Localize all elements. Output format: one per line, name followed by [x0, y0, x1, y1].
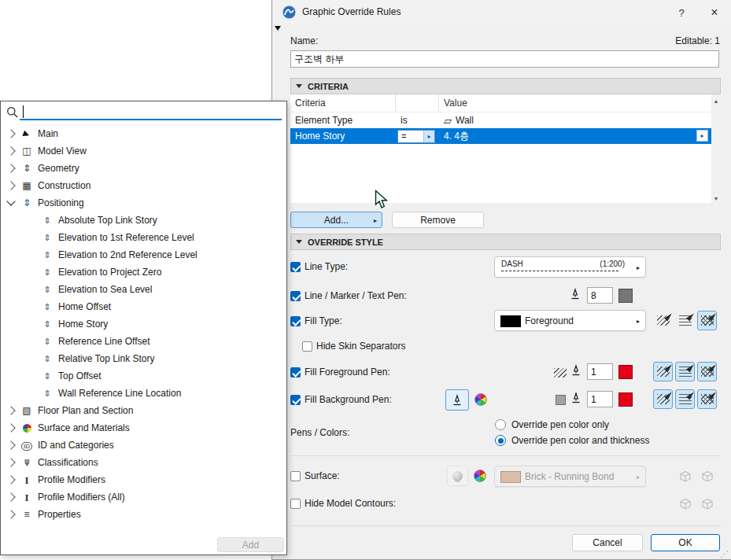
tree-item-label: ID and Categories — [38, 440, 114, 451]
remove-criteria-button[interactable]: Remove — [392, 212, 484, 228]
tree-item-elevation-1st-ref[interactable]: Elevation to 1st Reference Level — [1, 229, 285, 246]
close-icon[interactable]: × — [706, 5, 723, 20]
tree-item-top-offset[interactable]: Top Offset — [1, 367, 285, 385]
hide-skin-separators-checkbox[interactable] — [302, 341, 312, 352]
bg-drafting-fill-button[interactable] — [697, 389, 717, 409]
line-pen-color-swatch[interactable] — [618, 289, 633, 303]
pen-color-only-radio[interactable] — [495, 419, 506, 430]
pen-color-thickness-radio[interactable] — [495, 435, 506, 446]
criteria-row-element-type[interactable]: Element Type is ▱ Wall — [290, 112, 711, 128]
criteria-value[interactable]: 4. 4층 — [439, 128, 711, 144]
dialog-titlebar[interactable]: Graphic Override Rules ? × — [272, 0, 731, 24]
chevron-right-icon[interactable] — [6, 406, 15, 414]
chevron-right-icon[interactable] — [6, 510, 15, 518]
add-criteria-button[interactable]: Add... ▸ — [290, 212, 382, 228]
fg-cover-fill-button[interactable] — [675, 362, 695, 381]
override-drafting-fill-button[interactable] — [697, 311, 717, 330]
surface-dropdown[interactable]: Brick - Running Bond ▸ — [494, 466, 646, 487]
fill-type-checkbox[interactable] — [290, 316, 301, 326]
color-wheel-icon[interactable] — [474, 393, 487, 406]
tree-item-relative-top-link-story[interactable]: Relative Top Link Story — [1, 350, 285, 367]
surface-cut-button[interactable] — [675, 466, 695, 486]
fg-drafting-fill-button[interactable] — [697, 362, 717, 381]
line-pen-number-input[interactable] — [587, 287, 613, 304]
fill-bg-pen-number-input[interactable] — [587, 391, 613, 407]
tree-item-home-story[interactable]: Home Story — [1, 315, 285, 333]
ok-button[interactable]: OK — [651, 534, 720, 551]
tree-item-home-offset[interactable]: Home Offset — [1, 298, 285, 315]
surface-picker-button[interactable] — [447, 466, 468, 486]
chevron-right-icon[interactable] — [6, 475, 15, 484]
value-dropdown-icon[interactable] — [696, 130, 708, 142]
operator-dropdown-icon[interactable] — [423, 131, 434, 142]
tree-item-id-and-categories[interactable]: ID and Categories — [1, 437, 285, 454]
hide-model-contours-checkbox[interactable] — [290, 499, 301, 509]
criteria-operator[interactable]: is — [396, 112, 439, 128]
chevron-right-icon[interactable] — [6, 146, 15, 155]
tree-item-profile-modifiers-all[interactable]: Profile Modifiers (All) — [1, 488, 285, 506]
surface-checkbox[interactable] — [290, 471, 301, 481]
cancel-button[interactable]: Cancel — [572, 534, 643, 551]
fill-type-dropdown[interactable]: Foreground ▸ — [494, 310, 646, 331]
scroll-up-icon[interactable] — [714, 94, 719, 105]
scroll-down-icon[interactable] — [714, 192, 719, 203]
fill-fg-pen-number-input[interactable] — [587, 363, 613, 380]
tree-item-floor-plan-and-section[interactable]: Floor Plan and Section — [1, 402, 285, 419]
chevron-right-icon[interactable] — [6, 458, 15, 466]
tree-item-main[interactable]: Main — [1, 125, 285, 142]
tree-item-profile-modifiers[interactable]: Profile Modifiers — [1, 471, 285, 488]
rule-name-input[interactable] — [290, 50, 719, 68]
criteria-row-home-story[interactable]: Home Story = 4. 4층 — [290, 128, 711, 144]
tree-item-elevation-2nd-ref[interactable]: Elevation to 2nd Reference Level — [1, 246, 285, 263]
tree-item-reference-line-offset[interactable]: Reference Line Offset — [1, 333, 285, 350]
search-input[interactable] — [21, 104, 284, 120]
line-pen-checkbox[interactable] — [290, 291, 301, 301]
operator-combo[interactable]: = — [397, 130, 435, 143]
criteria-scrollbar[interactable] — [711, 94, 721, 203]
chevron-right-icon[interactable] — [6, 440, 15, 449]
bg-cover-fill-button[interactable] — [675, 389, 695, 409]
tree-item-label: Elevation to 2nd Reference Level — [58, 249, 198, 260]
tree-item-surface-and-materials[interactable]: Surface and Materials — [1, 419, 285, 437]
tree-item-wall-reference-line-location[interactable]: Wall Reference Line Location — [1, 385, 285, 402]
bg-cut-fill-button[interactable] — [653, 389, 673, 409]
tree-item-positioning[interactable]: Positioning — [1, 194, 285, 212]
fill-fg-pen-color-swatch[interactable] — [618, 365, 633, 379]
tree-item-elevation-sea-level[interactable]: Elevation to Sea Level — [1, 281, 285, 298]
tree-item-geometry[interactable]: Geometry — [1, 160, 285, 177]
line-type-dropdown[interactable]: DASH (1:200) ▸ — [494, 256, 646, 278]
tree-item-model-view[interactable]: Model View — [1, 142, 285, 160]
line-type-checkbox[interactable] — [290, 262, 301, 272]
override-style-section-header[interactable]: OVERRIDE STYLE — [290, 234, 721, 250]
tree-item-label: Top Offset — [58, 370, 101, 381]
resize-grip[interactable]: ⋰ — [720, 549, 729, 559]
fill-foreground-pen-checkbox[interactable] — [290, 367, 301, 378]
fg-cut-fill-button[interactable] — [653, 362, 673, 381]
divider — [290, 525, 721, 526]
chevron-down-icon[interactable] — [6, 197, 15, 205]
criteria-value[interactable]: ▱ Wall — [439, 112, 711, 128]
fill-background-pen-checkbox[interactable] — [290, 395, 301, 405]
override-cover-fill-button[interactable] — [675, 311, 695, 330]
surface-cover-button[interactable] — [697, 466, 717, 486]
criteria-section-header[interactable]: CRITERIA — [290, 78, 721, 94]
help-button[interactable]: ? — [673, 5, 690, 20]
contours-cover-button[interactable] — [697, 494, 717, 514]
chevron-right-icon[interactable] — [6, 181, 15, 190]
tree-item-absolute-top-link-story[interactable]: Absolute Top Link Story — [1, 212, 285, 229]
contours-cut-button[interactable] — [675, 494, 695, 514]
tree-item-construction[interactable]: Construction — [1, 177, 285, 194]
tree-item-properties[interactable]: Properties — [1, 506, 285, 523]
cut-fill-pencil-icon — [657, 367, 670, 377]
chevron-right-icon[interactable] — [6, 423, 15, 432]
color-wheel-icon[interactable] — [474, 470, 486, 482]
override-cut-fill-button[interactable] — [653, 311, 673, 330]
background-pen-picker-button[interactable] — [445, 389, 469, 411]
tree-item-classifications[interactable]: Classifications — [1, 454, 285, 471]
tree-add-button[interactable]: Add — [217, 537, 284, 552]
fill-bg-pen-color-swatch[interactable] — [618, 392, 633, 407]
chevron-right-icon[interactable] — [6, 492, 15, 501]
chevron-right-icon[interactable] — [6, 129, 15, 138]
tree-item-elevation-project-zero[interactable]: Elevation to Project Zero — [1, 263, 285, 281]
chevron-right-icon[interactable] — [6, 164, 15, 172]
